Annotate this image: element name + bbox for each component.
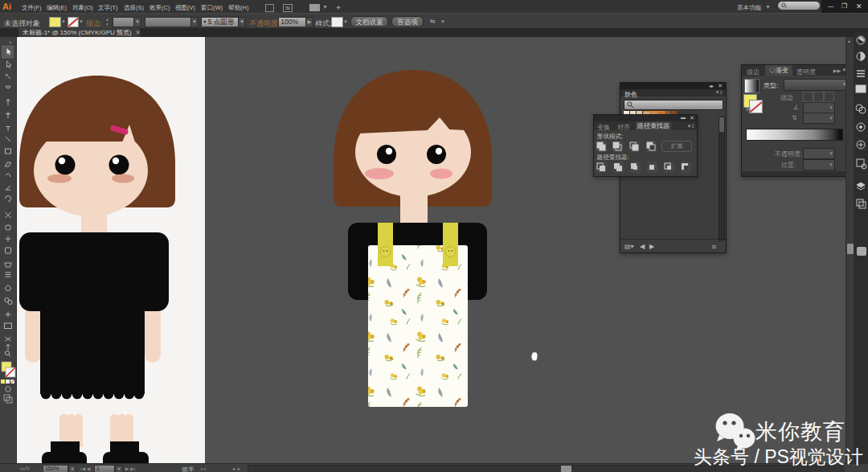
svg-text:»: » bbox=[9, 39, 12, 44]
svg-text:T: T bbox=[6, 125, 10, 133]
